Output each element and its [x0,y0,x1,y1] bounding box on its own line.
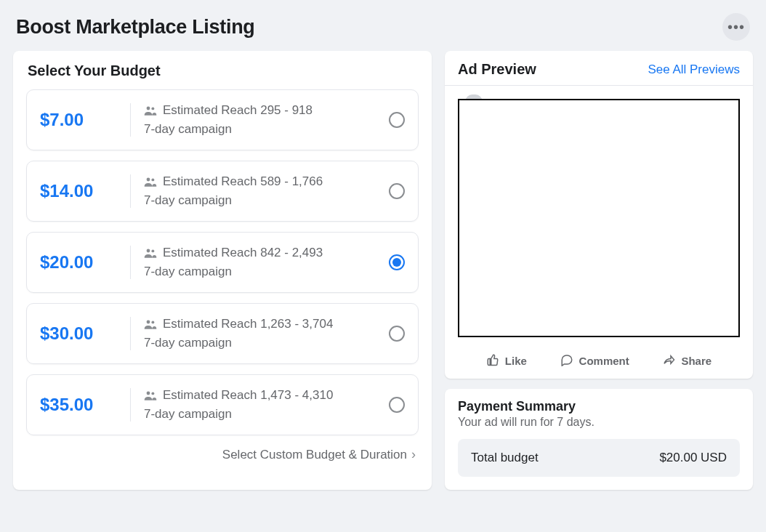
budget-card: Select Your Budget $7.00 Estimated Reach… [13,51,432,490]
reach-label: Estimated Reach 1,473 - 4,310 [163,388,333,403]
custom-budget-link[interactable]: Select Custom Budget & Duration › [26,447,419,462]
total-budget-row: Total budget $20.00 USD [458,439,740,477]
budget-option-0[interactable]: $7.00 Estimated Reach 295 - 918 7-day ca… [26,89,419,150]
like-button[interactable]: Like [486,353,527,368]
divider [130,103,131,137]
chevron-right-icon: › [411,447,416,462]
radio-button[interactable] [389,112,405,128]
people-icon [144,248,157,258]
comment-label: Comment [579,355,629,367]
budget-price: $35.00 [40,395,130,415]
radio-button[interactable] [389,397,405,413]
budget-price: $20.00 [40,252,130,273]
ad-preview-card: Ad Preview See All Previews Like [445,51,753,379]
budget-option-2[interactable]: $20.00 Estimated Reach 842 - 2,493 7-day… [26,232,419,293]
budget-list: $7.00 Estimated Reach 295 - 918 7-day ca… [26,89,419,435]
budget-price: $14.00 [40,181,130,201]
comment-button[interactable]: Comment [560,353,629,368]
divider [130,246,131,279]
budget-price: $30.00 [40,323,130,344]
more-options-button[interactable]: ••• [722,13,750,41]
budget-option-3[interactable]: $30.00 Estimated Reach 1,263 - 3,704 7-d… [26,303,419,364]
divider [130,317,131,350]
divider [130,388,131,422]
share-label: Share [681,355,711,367]
people-icon [144,105,157,116]
ad-preview-title: Ad Preview [458,61,536,78]
campaign-label: 7-day campaign [144,265,389,279]
people-icon [144,177,157,187]
see-all-previews-link[interactable]: See All Previews [648,63,740,77]
campaign-label: 7-day campaign [144,407,389,422]
budget-section-title: Select Your Budget [26,63,419,79]
radio-button[interactable] [389,183,405,199]
like-label: Like [505,355,527,367]
budget-option-1[interactable]: $14.00 Estimated Reach 589 - 1,766 7-day… [26,161,419,222]
ellipsis-icon: ••• [727,20,745,34]
svg-point-3 [151,178,154,181]
comment-icon [560,353,573,368]
budget-price: $7.00 [40,110,130,130]
people-icon [144,390,157,400]
campaign-label: 7-day campaign [144,193,389,208]
reach-label: Estimated Reach 1,263 - 3,704 [163,317,333,331]
svg-point-0 [147,107,150,110]
svg-point-4 [147,249,150,253]
divider [130,174,131,208]
share-button[interactable]: Share [662,353,711,368]
radio-button[interactable] [389,326,405,342]
svg-point-2 [147,178,150,182]
reach-label: Estimated Reach 295 - 918 [163,103,313,118]
campaign-label: 7-day campaign [144,122,389,137]
payment-summary-title: Payment Summary [458,399,740,414]
svg-point-7 [151,321,154,323]
people-icon [144,319,157,329]
campaign-label: 7-day campaign [144,336,389,350]
payment-summary-card: Payment Summary Your ad will run for 7 d… [445,389,753,490]
share-icon [662,353,675,368]
svg-point-5 [151,249,154,252]
reach-label: Estimated Reach 842 - 2,493 [163,246,323,260]
svg-point-6 [147,321,150,324]
ad-preview-frame [458,99,740,337]
svg-point-1 [151,107,154,110]
thumbs-up-icon [486,353,499,368]
reach-label: Estimated Reach 589 - 1,766 [163,174,323,189]
radio-button[interactable] [389,254,405,270]
budget-option-4[interactable]: $35.00 Estimated Reach 1,473 - 4,310 7-d… [26,374,419,435]
svg-point-8 [147,392,150,395]
total-budget-label: Total budget [471,451,539,465]
total-budget-value: $20.00 USD [659,451,727,465]
custom-budget-label: Select Custom Budget & Duration [222,448,407,462]
page-title: Boost Marketplace Listing [16,16,255,39]
svg-point-9 [151,392,154,395]
payment-summary-subtitle: Your ad will run for 7 days. [458,416,740,429]
